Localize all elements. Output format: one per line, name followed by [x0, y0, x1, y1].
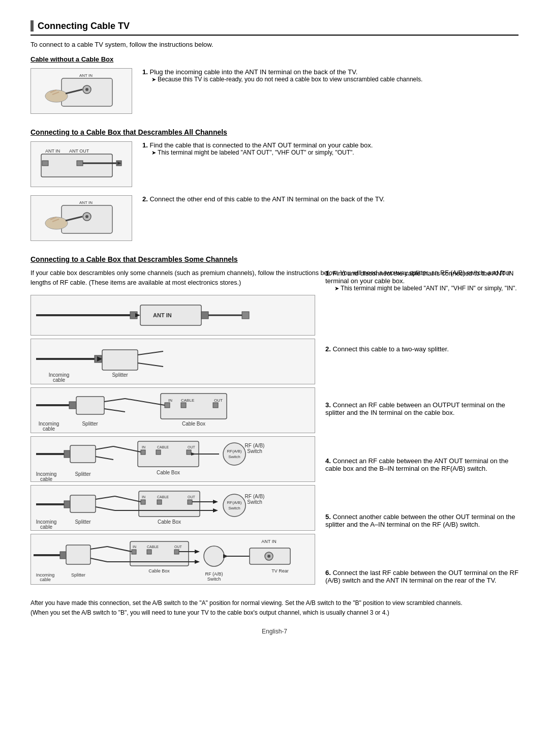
section2-diagram2-svg: ANT IN	[31, 195, 132, 241]
svg-rect-84	[70, 495, 96, 512]
svg-text:IN: IN	[133, 545, 136, 549]
svg-point-4	[45, 90, 68, 102]
diag3-5: IN CABLE OUT	[30, 485, 315, 531]
svg-rect-67	[141, 450, 145, 455]
svg-text:Splitter: Splitter	[71, 572, 85, 578]
svg-line-61	[96, 446, 113, 449]
svg-marker-26	[135, 313, 140, 317]
svg-line-94	[115, 496, 141, 502]
diag3-1-wrapper: ANT IN	[30, 295, 315, 336]
svg-rect-93	[188, 500, 192, 504]
svg-marker-123	[195, 550, 200, 554]
svg-text:RF(A/B): RF(A/B)	[227, 449, 242, 453]
svg-text:Cable Box: Cable Box	[148, 568, 170, 573]
svg-line-112	[90, 558, 107, 562]
svg-text:CABLE: CABLE	[157, 495, 169, 499]
section3-step1: 1. Find and disconnect the cable that is…	[325, 269, 518, 292]
svg-point-73	[223, 443, 246, 465]
section2-step1-row: ANT IN ANT OUT 1. Find the cable that is…	[30, 141, 518, 187]
section3-step6-text: Connect the last RF cable between the OU…	[325, 569, 518, 584]
svg-rect-110	[66, 545, 90, 564]
section1-step-text: 1. Plug the incoming cable into the ANT …	[142, 68, 518, 83]
svg-text:RF (A/B): RF (A/B)	[245, 494, 265, 499]
svg-text:Cable Box: Cable Box	[157, 470, 180, 475]
section3-step2: 2. Connect this cable to a two-way split…	[325, 345, 518, 353]
diag3-6: IN CABLE OUT	[30, 534, 315, 585]
svg-rect-68	[156, 450, 161, 455]
svg-text:CABLE: CABLE	[147, 545, 159, 549]
svg-text:RF (A/B): RF (A/B)	[205, 571, 223, 577]
title-bar-decoration	[30, 20, 34, 32]
diag3-4: IN CABLE OUT RF(A/B) Switch	[30, 436, 315, 482]
section2-step2-label: Connect the other end of this cable to t…	[149, 195, 384, 203]
svg-text:cable: cable	[40, 476, 52, 482]
footer-line1: After you have made this connection, set…	[30, 598, 518, 608]
svg-line-37	[138, 363, 163, 367]
svg-text:RF (A/B): RF (A/B)	[245, 443, 265, 448]
section2-step1-note: This terminal might be labeled "ANT OUT"…	[151, 149, 518, 156]
svg-text:cable: cable	[53, 377, 65, 383]
section1-heading: Cable without a Cable Box	[30, 55, 518, 63]
svg-line-111	[90, 547, 107, 549]
footer-notes: After you have made this connection, set…	[30, 598, 518, 618]
svg-rect-51	[181, 403, 186, 408]
svg-rect-31	[242, 312, 249, 319]
svg-text:Splitter: Splitter	[75, 471, 91, 477]
svg-line-70	[113, 446, 141, 452]
svg-point-99	[223, 494, 246, 517]
svg-text:Cable Box: Cable Box	[182, 421, 205, 427]
diag3-6-svg: IN CABLE OUT	[31, 534, 315, 585]
svg-text:cable: cable	[43, 426, 55, 432]
section1-diagram-svg: ANT IN	[31, 68, 132, 114]
svg-text:cable: cable	[40, 577, 51, 582]
section3-heading: Connecting to a Cable Box that Descrambl…	[30, 255, 518, 263]
svg-text:Switch: Switch	[247, 448, 262, 454]
svg-text:CABLE: CABLE	[157, 445, 169, 449]
svg-rect-119	[174, 550, 179, 554]
title-text: Connecting Cable TV	[38, 21, 130, 32]
svg-text:Switch: Switch	[228, 455, 240, 459]
svg-text:Splitter: Splitter	[112, 372, 128, 378]
svg-point-3	[85, 88, 88, 91]
intro-text: To connect to a cable TV system, follow …	[30, 41, 518, 48]
svg-point-125	[204, 546, 224, 566]
svg-rect-117	[132, 550, 136, 554]
diag3-3-svg: IN CABLE OUT Incoming cable Splitter Cab…	[31, 387, 315, 433]
svg-rect-29	[201, 312, 208, 319]
svg-text:Switch: Switch	[228, 506, 240, 510]
page-title: Connecting Cable TV	[30, 20, 518, 36]
svg-line-44	[104, 399, 125, 402]
section3-step5: 5. Connect another cable between the oth…	[325, 513, 518, 528]
svg-rect-118	[147, 550, 151, 554]
svg-text:Switch: Switch	[207, 577, 221, 582]
section3-step6: 6. Connect the last RF cable between the…	[325, 569, 518, 584]
diag3-3: IN CABLE OUT Incoming cable Splitter Cab…	[30, 387, 315, 433]
svg-rect-69	[187, 450, 191, 455]
diag3-1-svg: ANT IN	[31, 295, 315, 336]
svg-marker-124	[195, 560, 200, 564]
svg-text:ANT IN: ANT IN	[261, 539, 276, 544]
svg-text:cable: cable	[40, 524, 52, 530]
diag3-2: Incoming cable Splitter	[30, 339, 315, 384]
diag3-4-wrapper: IN CABLE OUT RF(A/B) Switch	[30, 436, 315, 482]
svg-text:OUT: OUT	[188, 445, 196, 449]
svg-marker-98	[213, 500, 218, 504]
svg-text:Cable Box: Cable Box	[158, 519, 181, 525]
section1-step1-text: Plug the incoming cable into the ANT IN …	[149, 68, 357, 76]
svg-text:IN: IN	[142, 445, 145, 449]
svg-rect-42	[69, 402, 76, 409]
svg-text:Splitter: Splitter	[82, 421, 98, 427]
section1-step1-num: 1.	[142, 68, 148, 76]
svg-point-20	[45, 217, 68, 229]
svg-rect-92	[157, 500, 162, 504]
svg-point-19	[85, 215, 88, 218]
svg-marker-97	[213, 508, 218, 512]
svg-line-86	[96, 507, 115, 510]
section2-step1-label: Find the cable that is connected to the …	[149, 141, 373, 149]
section3-step5-text: Connect another cable between the other …	[325, 513, 515, 528]
svg-line-45	[104, 409, 125, 412]
section2-diagram1: ANT IN ANT OUT	[30, 141, 132, 187]
svg-text:TV Rear: TV Rear	[271, 568, 289, 573]
section2-diagram1-svg: ANT IN ANT OUT	[31, 141, 132, 187]
section1-diagram: ANT IN	[30, 68, 132, 114]
